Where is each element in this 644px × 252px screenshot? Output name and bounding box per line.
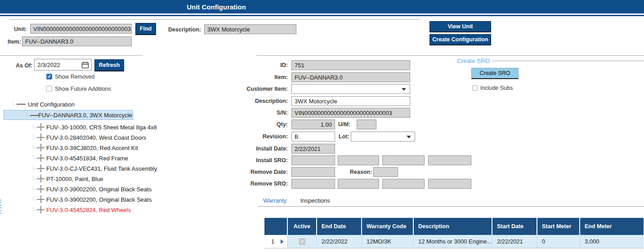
sn-field[interactable]: VIN000000000000000000000000003 [291, 108, 410, 118]
tree-node-child[interactable]: FUV-.30-10000, CRS Sheet Metal 8ga 4x8 [46, 122, 157, 132]
tree-expand-plus-icon[interactable] [37, 195, 45, 203]
remove-sro-field-3[interactable] [382, 179, 425, 189]
find-button[interactable]: Find [135, 23, 156, 35]
tree-node-child[interactable]: FUV-3.0-39002200, Original Black Seats [46, 184, 152, 194]
tab-warranty[interactable]: Warranty [263, 197, 286, 204]
as-of-label: As Of: [16, 62, 33, 69]
tree-node-root[interactable]: Unit Configuration [28, 99, 75, 109]
revision-field[interactable]: B [291, 132, 335, 141]
tree-connector [33, 124, 36, 128]
row-number-cell[interactable]: 1 [264, 235, 288, 248]
column-header-warranty-code[interactable]: Warranty Code [362, 218, 414, 235]
column-header-active[interactable]: Active [288, 218, 317, 235]
tree-node-child[interactable]: FUV-3.0-28402040, West Coast Doors [46, 133, 146, 142]
calendar-icon[interactable] [81, 61, 89, 69]
detail-item-field[interactable]: FUV--DANNAR3.0 [291, 72, 410, 82]
column-header-description[interactable]: Description [414, 218, 492, 235]
as-of-date-value: 2/3/2022 [37, 62, 60, 68]
tree-node-child[interactable]: FUV-3.0-39002200, Original Black Seats [46, 195, 152, 204]
dropdown-arrow-icon[interactable] [407, 136, 411, 138]
remove-date-field[interactable] [291, 167, 335, 177]
install-sro-field-4[interactable] [428, 155, 471, 165]
tab-inspections[interactable]: Inspections [300, 197, 330, 204]
tree-expander-selected[interactable] [30, 115, 39, 116]
tree-connector [27, 112, 30, 116]
unit-field[interactable]: VIN000000000000000000000000003 [30, 24, 132, 34]
column-header-end-date[interactable]: End Date [317, 218, 362, 235]
revision-label: Revision: [234, 133, 288, 140]
include-subs-label: Include Subs [480, 85, 513, 91]
tree-connector [33, 176, 36, 180]
show-future-additions-checkbox[interactable] [46, 86, 52, 92]
customer-item-dropdown[interactable] [291, 84, 410, 94]
warranty-code-cell[interactable]: 12MO/3K [362, 235, 414, 248]
refresh-button[interactable]: Refresh [94, 59, 124, 71]
sn-value: VIN000000000000000000000000003 [295, 110, 392, 116]
view-unit-button[interactable]: View Unit [429, 21, 491, 32]
tree-node-label: FUV-3.0-45452824, Red Wheels [46, 207, 131, 213]
tree-node-root-label: Unit Configuration [28, 101, 75, 108]
lot-dropdown[interactable] [351, 132, 415, 141]
create-configuration-button[interactable]: Create Configuration [429, 34, 491, 45]
remove-sro-field-1[interactable] [291, 179, 335, 189]
description-field[interactable]: 3WX Motorcycle [204, 24, 296, 34]
tree-node-child[interactable]: PT-10000, Paint, Blue [46, 174, 103, 184]
install-date-field[interactable]: 2/22/2021 [291, 144, 335, 154]
id-value: 751 [295, 62, 304, 69]
tree-node-child[interactable]: FUV-3.0-45451834, Red Frame [46, 153, 128, 163]
title-bar: Unit Configuration [0, 0, 644, 13]
id-field[interactable]: 751 [291, 60, 410, 70]
table-row[interactable]: 1 2/22/2022 12MO/3K 12 Months or 3000 En… [264, 235, 644, 248]
tree-expand-plus-icon[interactable] [37, 144, 45, 151]
create-sro-group-label: Create SRO [457, 57, 490, 64]
detail-description-field[interactable]: 3WX Motorcycle [291, 96, 410, 106]
tree-node-child[interactable]: FUV-3.0-CJ-VEC431, Fluid Tank Assembly [46, 164, 157, 173]
column-header-end-meter[interactable]: End Meter [580, 218, 644, 235]
reason-field[interactable] [373, 167, 398, 177]
qty-field[interactable]: 1.00 [291, 119, 335, 129]
column-header-start-meter[interactable]: Start Meter [537, 218, 580, 235]
install-sro-field-2[interactable] [338, 155, 379, 165]
as-of-date-input[interactable]: 2/3/2022 [34, 59, 92, 71]
dropdown-arrow-icon[interactable] [402, 88, 406, 91]
install-sro-field-3[interactable] [382, 155, 425, 165]
tree-expander-root[interactable] [17, 104, 26, 105]
tree-expand-plus-icon[interactable] [37, 185, 45, 193]
tree-connector [33, 207, 36, 211]
show-future-additions-label: Show Future Additions [55, 86, 111, 92]
create-sro-button[interactable]: Create SRO [471, 68, 519, 79]
tree-node-selected[interactable]: FUV--DANNAR3.0, 3WX Motorcycle [4, 110, 133, 120]
end-meter-cell[interactable]: 3,000 [580, 235, 644, 248]
tree-expand-plus-icon[interactable] [37, 206, 45, 213]
remove-sro-field-4[interactable] [428, 179, 471, 189]
active-cell[interactable] [288, 235, 317, 248]
install-sro-label: Install SRO: [234, 157, 288, 164]
tree-expand-plus-icon[interactable] [37, 164, 45, 172]
tree-node-label: FUV-3.0-45451834, Red Frame [46, 155, 128, 162]
reason-label: Reason: [350, 169, 372, 175]
start-meter-cell[interactable]: 0 [537, 235, 580, 248]
qty-label: Qty: [234, 121, 288, 128]
um-field[interactable] [357, 119, 376, 129]
tree-expand-plus-icon[interactable] [37, 154, 45, 162]
warranty-table: Active End Date Warranty Code Descriptio… [264, 218, 644, 248]
tree-node-child[interactable]: FUV-3.0-39CJ8020, Red Accent Kit [46, 143, 138, 153]
show-removed-checkbox[interactable] [46, 74, 52, 80]
install-sro-field-1[interactable] [291, 155, 335, 165]
start-date-cell[interactable]: 2/22/2021 [492, 235, 537, 248]
description-cell[interactable]: 12 Months or 3000 Engine... [414, 235, 492, 248]
right-group-line [256, 55, 644, 56]
tree-expand-plus-icon[interactable] [37, 123, 45, 131]
remove-sro-field-2[interactable] [338, 179, 379, 189]
tree-node-label: PT-10000, Paint, Blue [46, 176, 103, 182]
column-header-start-date[interactable]: Start Date [492, 218, 537, 235]
tree-node-child[interactable]: FUV-3.0-45452824, Red Wheels [46, 205, 131, 215]
tree-expand-plus-icon[interactable] [37, 175, 45, 182]
active-checkbox[interactable] [299, 239, 305, 245]
include-subs-checkbox[interactable] [472, 85, 478, 91]
end-date-cell[interactable]: 2/22/2022 [317, 235, 362, 248]
splitter-handle[interactable] [0, 199, 1, 214]
tree-expand-plus-icon[interactable] [37, 133, 45, 141]
tree-node-label: FUV-3.0-CJ-VEC431, Fluid Tank Assembly [46, 165, 157, 172]
item-field[interactable]: FUV--DANNAR3.0 [22, 36, 132, 46]
